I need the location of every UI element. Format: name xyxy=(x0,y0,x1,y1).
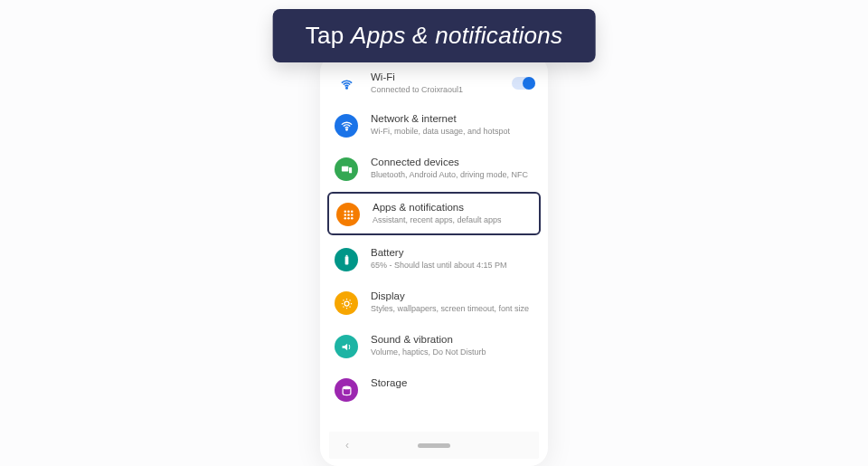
banner-target: Apps & notifications xyxy=(351,22,562,49)
svg-point-6 xyxy=(351,210,354,213)
display-sub: Styles, wallpapers, screen timeout, font… xyxy=(371,304,535,315)
settings-row-battery[interactable]: Battery 65% - Should last until about 4:… xyxy=(320,237,548,281)
phone-frame: Wi-Fi Connected to Croixraoul1 Network &… xyxy=(320,54,548,466)
settings-row-display[interactable]: Display Styles, wallpapers, screen timeo… xyxy=(320,281,548,324)
svg-rect-2 xyxy=(341,166,348,171)
storage-icon xyxy=(335,378,358,402)
apps-icon xyxy=(336,203,360,226)
apps-title: Apps & notifications xyxy=(373,201,533,214)
settings-row-wifi[interactable]: Wi-Fi Connected to Croixraoul1 xyxy=(320,65,548,103)
svg-point-10 xyxy=(344,217,346,220)
connected-title: Connected devices xyxy=(371,156,535,169)
svg-point-7 xyxy=(344,214,346,216)
svg-point-5 xyxy=(347,210,350,213)
devices-icon xyxy=(335,157,358,181)
settings-text: Storage xyxy=(371,376,535,390)
highlight-apps-notifications: Apps & notifications Assistant, recent a… xyxy=(327,192,541,235)
wifi-icon xyxy=(335,72,358,96)
svg-rect-14 xyxy=(345,254,347,255)
settings-row-network[interactable]: Network & internet Wi-Fi, mobile, data u… xyxy=(320,103,548,147)
wifi-toggle[interactable] xyxy=(512,77,535,90)
settings-text: Sound & vibration Volume, haptics, Do No… xyxy=(371,333,535,358)
battery-title: Battery xyxy=(371,246,535,260)
instruction-banner: Tap Apps & notifications xyxy=(273,9,596,62)
svg-rect-3 xyxy=(349,167,352,173)
wifi-sub: Connected to Croixraoul1 xyxy=(371,85,505,96)
storage-title: Storage xyxy=(371,376,535,390)
apps-sub: Assistant, recent apps, default apps xyxy=(373,215,533,226)
settings-text: Network & internet Wi-Fi, mobile, data u… xyxy=(371,112,535,138)
svg-point-1 xyxy=(345,128,347,130)
sound-icon xyxy=(335,335,358,358)
settings-text: Connected devices Bluetooth, Android Aut… xyxy=(371,156,535,181)
svg-point-11 xyxy=(347,217,350,220)
svg-point-16 xyxy=(343,385,351,389)
svg-rect-13 xyxy=(344,256,348,264)
network-title: Network & internet xyxy=(371,112,535,126)
banner-prefix: Tap xyxy=(306,22,351,49)
sound-sub: Volume, haptics, Do Not Disturb xyxy=(371,347,535,358)
bottom-nav-bar: ‹ xyxy=(329,432,539,459)
battery-icon xyxy=(335,248,358,271)
home-pill[interactable] xyxy=(418,443,450,448)
connected-sub: Bluetooth, Android Auto, driving mode, N… xyxy=(371,170,535,181)
settings-text: Battery 65% - Should last until about 4:… xyxy=(371,246,535,271)
settings-text: Display Styles, wallpapers, screen timeo… xyxy=(371,290,535,315)
svg-point-0 xyxy=(345,87,347,89)
settings-text: Wi-Fi Connected to Croixraoul1 xyxy=(371,71,505,96)
back-button[interactable]: ‹ xyxy=(345,439,349,452)
settings-row-sound[interactable]: Sound & vibration Volume, haptics, Do No… xyxy=(320,324,548,367)
settings-row-storage[interactable]: Storage xyxy=(320,367,548,392)
display-title: Display xyxy=(371,290,535,303)
svg-point-9 xyxy=(351,214,354,216)
svg-point-8 xyxy=(347,214,350,216)
wifi-title: Wi-Fi xyxy=(371,71,505,84)
network-icon xyxy=(335,114,358,138)
settings-list: Wi-Fi Connected to Croixraoul1 Network &… xyxy=(320,54,548,392)
svg-point-12 xyxy=(351,217,354,220)
svg-point-15 xyxy=(344,301,349,306)
settings-row-apps[interactable]: Apps & notifications Assistant, recent a… xyxy=(336,201,533,226)
network-sub: Wi-Fi, mobile, data usage, and hotspot xyxy=(371,127,535,138)
display-icon xyxy=(335,291,358,315)
battery-sub: 65% - Should last until about 4:15 PM xyxy=(371,261,535,271)
settings-text: Apps & notifications Assistant, recent a… xyxy=(373,201,533,226)
settings-row-connected[interactable]: Connected devices Bluetooth, Android Aut… xyxy=(320,147,548,190)
sound-title: Sound & vibration xyxy=(371,333,535,347)
svg-point-4 xyxy=(344,210,346,213)
